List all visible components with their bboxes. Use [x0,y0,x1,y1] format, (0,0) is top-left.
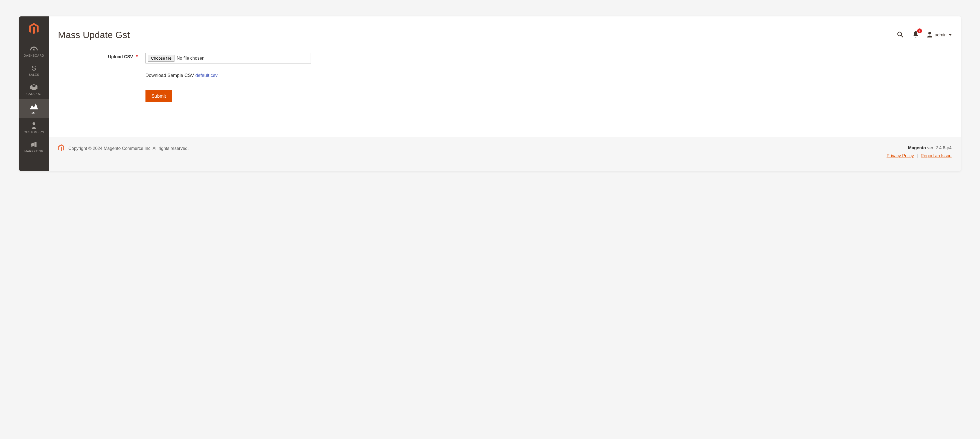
form-label-col: Upload CSV * [58,53,145,60]
magento-logo-small [58,144,65,153]
download-sample-row: Download Sample CSV default.csv [145,73,951,78]
gst-icon [30,103,38,110]
download-sample-text: Download Sample CSV [145,73,195,78]
svg-line-3 [901,35,903,37]
megaphone-icon [30,141,37,148]
version-number: 2.4.6-p4 [935,146,951,150]
box-icon [30,83,37,91]
upload-csv-row: Upload CSV * Choose file No file chosen … [58,53,951,102]
notifications-button[interactable]: 1 [912,30,920,40]
sidebar-item-catalog[interactable]: CATALOG [19,80,49,99]
sidebar-item-label: DASHBOARD [24,54,44,57]
sidebar-item-label: SALES [29,73,39,76]
version-prefix: ver. [926,146,936,150]
sidebar-item-customers[interactable]: CUSTOMERS [19,118,49,137]
report-issue-link[interactable]: Report an Issue [921,153,951,158]
dashboard-icon [30,45,38,53]
product-name: Magento [908,146,926,150]
choose-file-button[interactable]: Choose file [148,55,175,62]
sidebar: DASHBOARD $ SALES CATALOG GST CUSTOMERS [19,16,49,171]
submit-button[interactable]: Submit [145,90,172,102]
page-header: Mass Update Gst 1 [58,16,951,40]
sidebar-item-gst[interactable]: GST [19,99,49,118]
copyright-text: Copyright © 2024 Magento Commerce Inc. A… [68,146,189,151]
svg-point-2 [898,32,902,36]
footer: Copyright © 2024 Magento Commerce Inc. A… [49,137,961,171]
chevron-down-icon [949,34,951,36]
file-status-text: No file chosen [177,56,204,61]
bell-icon [913,35,919,38]
content-area: Mass Update Gst 1 [49,16,961,137]
sidebar-item-label: MARKETING [24,150,43,153]
privacy-policy-link[interactable]: Privacy Policy [886,153,914,158]
user-menu[interactable]: admin [927,32,951,38]
footer-links: Privacy Policy | Report an Issue [886,152,951,160]
person-icon [32,122,37,129]
page-title: Mass Update Gst [58,30,130,40]
main-panel: Mass Update Gst 1 [49,16,961,171]
notification-badge: 1 [917,29,922,33]
sidebar-item-sales[interactable]: $ SALES [19,60,49,80]
footer-link-separator: | [916,153,918,158]
header-actions: 1 admin [896,30,951,40]
sidebar-item-label: CUSTOMERS [24,130,44,134]
user-icon [927,32,932,38]
upload-csv-label: Upload CSV [108,54,133,59]
magento-logo[interactable] [23,21,45,40]
svg-point-4 [928,32,931,35]
dollar-icon: $ [32,64,36,72]
submit-row: Submit [145,90,951,102]
sidebar-item-label: GST [30,111,37,115]
search-button[interactable] [896,30,905,40]
sidebar-item-marketing[interactable]: MARKETING [19,137,49,156]
user-name: admin [935,33,947,38]
download-sample-link[interactable]: default.csv [195,73,217,78]
sidebar-item-label: CATALOG [27,92,41,95]
footer-left: Copyright © 2024 Magento Commerce Inc. A… [58,144,189,153]
version-line: Magento ver. 2.4.6-p4 [886,144,951,152]
required-mark: * [136,54,138,59]
form-control-col: Choose file No file chosen Download Samp… [145,53,951,102]
file-input[interactable]: Choose file No file chosen [145,53,311,64]
svg-text:$: $ [32,65,36,72]
svg-point-1 [33,122,35,125]
admin-window: DASHBOARD $ SALES CATALOG GST CUSTOMERS [19,16,961,171]
sidebar-item-dashboard[interactable]: DASHBOARD [19,41,49,60]
footer-right: Magento ver. 2.4.6-p4 Privacy Policy | R… [886,144,951,160]
search-icon [897,35,904,38]
